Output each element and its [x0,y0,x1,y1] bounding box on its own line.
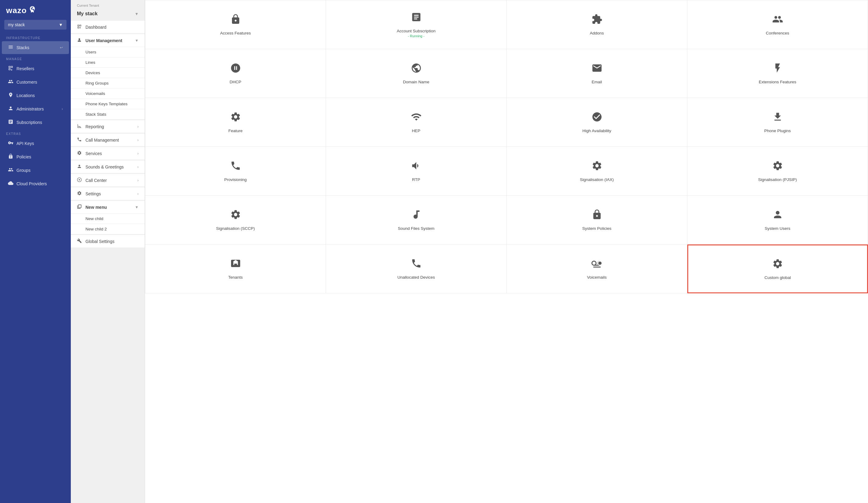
grid-item-rtp[interactable]: RTP [326,147,507,196]
nav-item-dashboard[interactable]: Dashboard [71,21,145,33]
grid-item-tenants[interactable]: Tenants [145,245,326,293]
tenant-label: my stack [8,22,25,27]
section-label-extras: EXTRAS [0,129,71,137]
nav-item-reporting[interactable]: Reporting › [71,120,145,133]
nav-label-global-settings: Global Settings [85,239,114,244]
tenant-selector[interactable]: my stack ▼ [4,20,66,30]
main-content: Access Features Account Subscription - R… [145,0,868,503]
nav-label-dashboard: Dashboard [85,25,106,30]
policies-icon [8,154,13,160]
account-subscription-icon [411,12,422,25]
sidebar-item-subscriptions[interactable]: Subscriptions [2,116,69,129]
call-center-chevron: › [137,178,138,183]
grid-item-dhcp[interactable]: DHCP [145,49,326,98]
sidebar-item-api-keys[interactable]: API Keys [2,137,69,150]
new-menu-chevron: ▼ [135,205,138,209]
nav-section-sounds-greetings: Sounds & Greetings › [71,161,145,173]
nav-item-user-management[interactable]: User Management ▼ [71,34,145,47]
grid-item-addons[interactable]: Addons [507,0,687,49]
nav-section-call-center: Call Center › [71,174,145,187]
grid-item-access-features[interactable]: Access Features [145,0,326,49]
nav-panel-tenant[interactable]: My stack ▼ [71,10,145,21]
sidebar-item-stacks[interactable]: Stacks ↩ [2,41,69,54]
tenants-label: Tenants [228,275,242,280]
sidebar-item-groups[interactable]: Groups [2,164,69,177]
logo-area: wazo [0,0,71,20]
grid-item-voicemails[interactable]: Voicemails [507,245,687,293]
nav-sub-devices[interactable]: Devices [71,68,145,78]
hep-label: HEP [412,129,421,133]
reporting-chevron: › [137,124,138,129]
nav-sub-stack-stats[interactable]: Stack Stats [71,109,145,120]
nav-section-services: Services › [71,147,145,160]
sidebar: wazo my stack ▼ INFRASTRUCTURE Stacks ↩ … [0,0,71,503]
nav-item-global-settings[interactable]: Global Settings [71,235,145,248]
nav-item-sounds-greetings[interactable]: Sounds & Greetings › [71,161,145,173]
extensions-features-icon [772,63,783,76]
phone-plugins-label: Phone Plugins [764,129,791,133]
account-subscription-label: Account Subscription [397,29,435,33]
nav-item-call-center[interactable]: Call Center › [71,174,145,187]
groups-icon [8,167,13,174]
sidebar-label-api-keys: API Keys [17,141,34,146]
grid-item-feature[interactable]: Feature [145,98,326,147]
grid-item-extensions-features[interactable]: Extensions Features [687,49,868,98]
nav-sub-new-child-2[interactable]: New child 2 [71,224,145,234]
nav-sub-users[interactable]: Users [71,47,145,58]
grid-item-domain-name[interactable]: Domain Name [326,49,507,98]
user-management-chevron: ▼ [135,39,138,43]
grid-item-system-policies[interactable]: System Policies [507,196,687,245]
nav-label-call-management: Call Management [85,138,119,143]
grid-item-conferences[interactable]: Conferences [687,0,868,49]
call-management-icon [77,137,82,143]
grid-item-signalisation-iax[interactable]: Signalisation (IAX) [507,147,687,196]
nav-item-services[interactable]: Services › [71,147,145,160]
reporting-icon [77,124,82,130]
system-users-label: System Users [765,226,790,231]
grid-item-account-subscription[interactable]: Account Subscription - Running - [326,0,507,49]
sidebar-label-administrators: Administrators [17,106,44,111]
services-chevron: › [137,151,138,156]
nav-sub-ring-groups[interactable]: Ring Groups [71,78,145,89]
nav-item-call-management[interactable]: Call Management › [71,134,145,146]
sidebar-label-policies: Policies [17,154,31,159]
nav-item-settings[interactable]: Settings › [71,187,145,200]
nav-panel-tenant-chevron: ▼ [135,12,138,16]
grid-item-sound-files-system[interactable]: Sound Files System [326,196,507,245]
grid-item-unallocated-devices[interactable]: Unallocated Devices [326,245,507,293]
grid-item-hep[interactable]: HEP [326,98,507,147]
grid-item-custom-global[interactable]: Custom global [687,245,868,293]
api-keys-icon [8,140,13,147]
grid-item-email[interactable]: Email [507,49,687,98]
nav-sub-new-child[interactable]: New child [71,214,145,224]
nav-panel-tenant-name: My stack [77,11,98,17]
sidebar-item-customers[interactable]: Customers [2,76,69,89]
voicemails-icon [591,258,602,271]
nav-sub-lines[interactable]: Lines [71,58,145,68]
grid-item-signalisation-sccp[interactable]: Signalisation (SCCP) [145,196,326,245]
sound-files-system-icon [411,209,422,223]
sidebar-item-locations[interactable]: Locations [2,89,69,102]
access-features-icon [230,14,241,27]
tenant-chevron: ▼ [59,22,63,27]
nav-sub-voicemails[interactable]: Voicemails [71,89,145,99]
custom-global-icon [772,258,783,271]
grid-item-high-availability[interactable]: High Availability [507,98,687,147]
services-icon [77,151,82,156]
sidebar-label-resellers: Resellers [17,66,34,71]
stacks-chevron: ↩ [60,45,63,50]
nav-item-new-menu[interactable]: New menu ▼ [71,201,145,214]
sidebar-item-policies[interactable]: Policies [2,151,69,163]
sidebar-item-administrators[interactable]: Administrators › [2,103,69,115]
grid-item-system-users[interactable]: System Users [687,196,868,245]
rtp-icon [411,160,422,174]
sidebar-item-cloud-providers[interactable]: Cloud Providers [2,177,69,190]
grid-item-signalisation-pjsip[interactable]: Signalisation (PJSIP) [687,147,868,196]
voicemails-label: Voicemails [587,275,607,280]
grid-item-phone-plugins[interactable]: Phone Plugins [687,98,868,147]
nav-section-reporting: Reporting › [71,120,145,133]
nav-sub-phone-keys[interactable]: Phone Keys Templates [71,99,145,109]
sidebar-item-resellers[interactable]: Resellers [2,62,69,75]
nav-section-dashboard: Dashboard [71,21,145,33]
grid-item-provisioning[interactable]: Provisioning [145,147,326,196]
